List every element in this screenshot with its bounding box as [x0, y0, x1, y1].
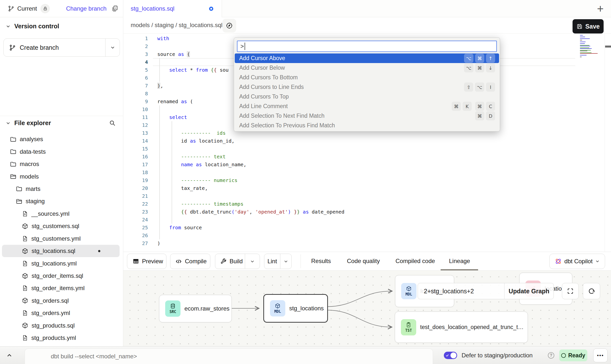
help-icon[interactable]: ?	[548, 352, 554, 359]
line-number-gutter: 1234567891011121314151617181920212223242…	[123, 34, 148, 247]
palette-item[interactable]: Add Selection To Next Find Match⌘D	[235, 111, 499, 121]
palette-item[interactable]: Add Cursors to Line Ends⇧⌥I	[235, 82, 499, 92]
command-palette: > Add Cursor Above⌥⌘↑Add Cursor Below⌥⌘↓…	[234, 37, 500, 132]
tab-stg-locations-sql[interactable]: stg_locations.sql	[123, 0, 222, 17]
code-line-27: )	[157, 239, 344, 247]
lint-button[interactable]: Lint	[264, 254, 292, 269]
file-item-stg_order_items.sql[interactable]: stg_order_items.sql	[2, 270, 120, 282]
create-branch-button[interactable]: Create branch	[3, 38, 120, 57]
file-item-stg_products.yml[interactable]: stg_products.yml	[2, 332, 120, 344]
minimap[interactable]	[580, 35, 599, 57]
file-name: stg_orders.yml	[31, 310, 70, 316]
command-palette-input[interactable]: >	[237, 41, 497, 52]
chevron-up-icon[interactable]	[6, 352, 13, 359]
file-item-stg_products.sql[interactable]: stg_products.sql	[2, 319, 120, 332]
palette-item[interactable]: Add Cursors To Top	[235, 92, 499, 101]
code-line-15	[157, 145, 344, 153]
search-icon[interactable]	[109, 120, 116, 126]
lint-dropdown[interactable]	[280, 254, 291, 269]
palette-item[interactable]: Add Cursor Below⌥⌘↓	[235, 63, 499, 73]
status-circle-icon	[561, 353, 566, 358]
code-line-14: id as location_id,	[157, 137, 344, 145]
palette-item[interactable]: Add Selection To Previous Find Match	[235, 121, 499, 130]
palette-item[interactable]: Add Cursor Above⌥⌘↑	[235, 53, 499, 63]
source-badge: SRC	[165, 300, 180, 317]
file-item-stg_locations.yml[interactable]: stg_locations.yml	[2, 257, 120, 269]
code-line-20: tax_rate,	[157, 184, 344, 192]
more-options-button[interactable]: •••	[593, 348, 608, 362]
new-tab-button[interactable]: +	[597, 0, 604, 17]
node-label: ecom.raw_stores	[184, 305, 230, 312]
create-branch-dropdown[interactable]	[105, 39, 120, 56]
lineage-node-stg-locations[interactable]: MDL stg_locations	[263, 294, 328, 323]
palette-item[interactable]: Add Cursors To Bottom	[235, 73, 499, 82]
doc-icon	[22, 285, 28, 291]
tab-code-quality[interactable]: Code quality	[347, 252, 380, 270]
test-badge: TST	[401, 319, 416, 335]
defer-toggle[interactable]	[444, 352, 457, 359]
file-item-stg_orders.sql[interactable]: stg_orders.sql	[2, 295, 120, 307]
build-dropdown[interactable]	[245, 254, 260, 269]
save-label: Save	[585, 23, 600, 30]
folder-icon	[10, 161, 17, 167]
chevron-down-icon	[5, 24, 11, 29]
status-badge-ready[interactable]: Ready	[559, 349, 587, 361]
node-label: test_does_location_opened_at_trunc_t…	[420, 324, 523, 331]
model-icon	[22, 297, 28, 304]
compass-icon[interactable]	[222, 19, 236, 33]
shortcut-key: ⌥	[464, 54, 473, 63]
lineage-selector-input[interactable]: 2+stg_locations+2	[418, 283, 504, 299]
shortcut-key: ⌘	[475, 102, 484, 111]
change-branch-link[interactable]: Change branch	[66, 5, 107, 12]
command-input-region[interactable]: dbt build --select <model_name>	[25, 348, 433, 364]
file-item-marts[interactable]: marts	[2, 183, 120, 195]
file-item-stg_customers.yml[interactable]: stg_customers.yml	[2, 232, 120, 245]
save-button[interactable]: Save	[573, 19, 604, 33]
file-item-__sources.yml[interactable]: __sources.yml	[2, 208, 120, 220]
file-name: stg_locations.yml	[31, 260, 77, 267]
build-button[interactable]: Build	[215, 254, 260, 269]
file-name: marts	[26, 185, 40, 192]
palette-item-label: Add Cursors To Top	[239, 93, 289, 100]
copy-branch-icon[interactable]	[111, 5, 118, 12]
defer-label: Defer to staging/production	[462, 347, 533, 364]
palette-item[interactable]: Add Line Comment⌘K⌘C	[235, 101, 499, 111]
file-item-staging[interactable]: staging	[2, 195, 120, 207]
file-item-models[interactable]: models	[2, 170, 120, 182]
update-graph-button[interactable]: Update Graph	[504, 283, 554, 299]
folder-icon	[10, 148, 17, 155]
chevron-down-icon	[5, 120, 11, 126]
breadcrumb: models / staging / stg_locations.sql	[131, 17, 222, 33]
palette-item-partial	[239, 131, 392, 132]
file-name: models	[20, 173, 39, 180]
lineage-selector-group: 2+stg_locations+2 Update Graph	[418, 283, 554, 299]
version-control-section-header[interactable]: Version control	[5, 23, 59, 30]
lineage-node-test[interactable]: TST test_does_location_opened_at_trunc_t…	[395, 312, 528, 343]
tab-compiled-code[interactable]: Compiled code	[395, 252, 435, 270]
file-item-macros[interactable]: macros	[2, 158, 120, 170]
refresh-button[interactable]	[583, 283, 600, 299]
file-item-data-tests[interactable]: data-tests	[2, 145, 120, 158]
compile-button[interactable]: Compile	[170, 254, 210, 269]
preview-button[interactable]: Preview	[127, 254, 166, 269]
file-item-stg_order_items.yml[interactable]: stg_order_items.yml	[2, 282, 120, 294]
lineage-graph-panel[interactable]: MDL locations locations SRC ecom.raw_sto…	[123, 270, 611, 346]
palette-item-label: Add Cursors To Bottom	[239, 74, 298, 81]
file-name: stg_order_items.sql	[32, 272, 83, 279]
file-item-stg_locations.sql[interactable]: stg_locations.sql	[2, 245, 120, 257]
lineage-node-ecom-raw-stores[interactable]: SRC ecom.raw_stores	[159, 295, 232, 322]
file-item-stg_customers.sql[interactable]: stg_customers.sql	[2, 220, 120, 232]
tab-lineage[interactable]: Lineage	[449, 252, 470, 270]
current-branch-label: Current	[17, 5, 37, 12]
palette-query: >	[240, 43, 244, 50]
code-line-17: name as location_name,	[157, 161, 344, 168]
branch-locked-badge	[40, 4, 50, 13]
dbt-copilot-button[interactable]: dbt Copilot	[549, 254, 605, 269]
file-item-analyses[interactable]: analyses	[2, 133, 120, 145]
fullscreen-button[interactable]	[562, 283, 579, 299]
file-explorer-header[interactable]: File explorer	[5, 119, 116, 127]
file-name: stg_order_items.yml	[31, 285, 85, 292]
file-item-stg_orders.yml[interactable]: stg_orders.yml	[2, 307, 120, 319]
tab-results[interactable]: Results	[311, 252, 331, 270]
palette-item-label: Add Selection To Previous Find Match	[239, 122, 335, 129]
